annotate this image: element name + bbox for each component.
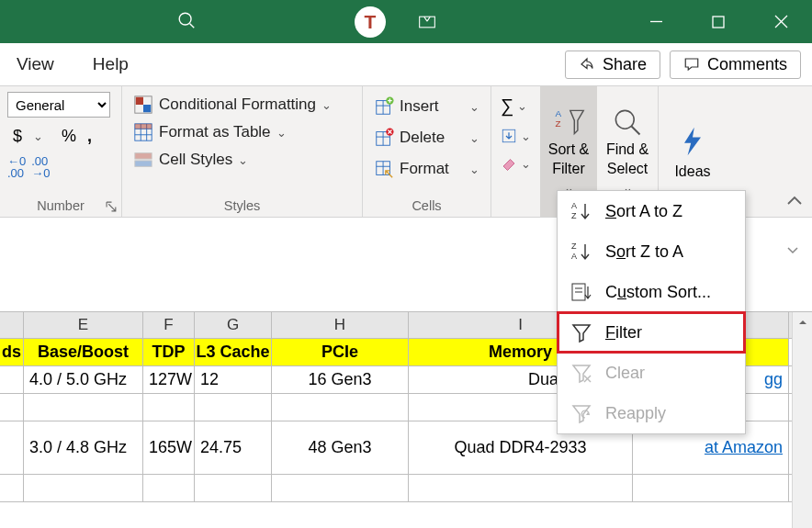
menu-custom-sort[interactable]: Custom Sort... (558, 272, 745, 312)
titlebar: T (0, 0, 812, 43)
menu-help[interactable]: Help (87, 51, 134, 78)
cell[interactable]: 4.0 / 5.0 GHz (24, 366, 143, 393)
format-as-table-icon (133, 122, 153, 142)
ribbon-display-options-icon[interactable] (406, 0, 448, 43)
profile-avatar[interactable]: T (355, 6, 386, 38)
comments-label: Comments (707, 55, 787, 74)
menu-sort-z-to-a[interactable]: ZA Sort Z to A (558, 231, 745, 272)
cell-styles-label: Cell Styles (159, 151, 232, 169)
number-format-select[interactable]: General (7, 92, 110, 118)
sort-filter-label: Sort & Filter (548, 141, 589, 176)
comments-button[interactable]: Comments (670, 51, 801, 79)
format-as-table-button[interactable]: Format as Table ⌄ (130, 119, 355, 145)
cell[interactable] (0, 366, 24, 393)
conditional-formatting-button[interactable]: Conditional Formatting ⌄ (130, 92, 355, 118)
fill-down-icon (501, 128, 517, 144)
cell[interactable]: 3.0 / 4.8 GHz (24, 421, 143, 474)
cell-styles-button[interactable]: Cell Styles ⌄ (130, 147, 355, 173)
share-button[interactable]: Share (565, 51, 660, 79)
cell[interactable] (0, 475, 24, 501)
cell[interactable] (195, 475, 272, 501)
svg-text:Z: Z (571, 242, 577, 251)
insert-label: Insert (400, 97, 439, 116)
cell[interactable]: ds (0, 339, 24, 365)
format-button[interactable]: Format ⌄ (370, 154, 483, 184)
cells-group-label: Cells (370, 198, 483, 213)
cell[interactable] (24, 394, 143, 421)
col-header-E[interactable]: E (24, 312, 143, 338)
svg-text:A: A (556, 107, 562, 118)
cell[interactable] (633, 475, 789, 501)
cell[interactable] (0, 394, 24, 421)
vertical-scrollbar[interactable] (792, 312, 812, 528)
ribbon-group-cells: Insert ⌄ Delete ⌄ Format ⌄ Cells (363, 86, 491, 217)
decrease-decimal-button[interactable]: .00→0 (31, 155, 50, 179)
ideas-label: Ideas (674, 163, 710, 182)
share-label: Share (603, 55, 647, 74)
delete-button[interactable]: Delete ⌄ (370, 123, 483, 152)
cell[interactable] (409, 475, 633, 501)
menu-filter[interactable]: Filter (558, 312, 745, 353)
insert-cells-icon (374, 96, 394, 117)
search-icon[interactable] (176, 10, 197, 34)
percent-format-button[interactable]: % (56, 123, 82, 150)
cell[interactable] (24, 475, 143, 501)
conditional-formatting-label: Conditional Formatting (159, 95, 316, 114)
sort-az-label: Sort A to Z (605, 202, 682, 221)
cell-styles-icon (133, 150, 153, 170)
accounting-dropdown[interactable]: ⌄ (28, 126, 49, 147)
cell[interactable]: L3 Cache (195, 339, 272, 365)
col-header-H[interactable]: H (272, 312, 409, 338)
svg-rect-15 (135, 124, 152, 129)
delete-cells-icon (374, 128, 394, 148)
fill-button[interactable]: ⌄ (497, 124, 535, 148)
formula-bar-expand-icon[interactable] (786, 243, 799, 260)
svg-rect-2 (420, 17, 435, 28)
cell[interactable]: 16 Gen3 (272, 366, 409, 393)
ideas-lightning-icon (676, 122, 709, 161)
close-button[interactable] (750, 0, 812, 43)
sigma-icon: ∑ (501, 95, 513, 117)
number-dialog-launcher-icon[interactable] (106, 201, 118, 213)
maximize-button[interactable] (687, 0, 750, 43)
cell[interactable] (143, 394, 195, 421)
cell[interactable]: 48 Gen3 (272, 421, 409, 474)
format-cells-icon (374, 159, 394, 179)
clear-button[interactable]: ⌄ (497, 152, 535, 175)
cell[interactable] (272, 394, 409, 421)
increase-decimal-button[interactable]: ←0.00 (7, 155, 26, 179)
sort-filter-dropdown: AZ Sort A to Z ZA Sort Z to A Custom Sor… (557, 190, 746, 434)
cell[interactable] (272, 475, 409, 501)
minimize-button[interactable] (625, 0, 687, 43)
menu-sort-a-to-z[interactable]: AZ Sort A to Z (558, 191, 745, 231)
cell[interactable]: 127W (143, 366, 195, 393)
cell[interactable]: Base/Boost (24, 339, 143, 365)
insert-button[interactable]: Insert ⌄ (370, 92, 483, 121)
conditional-formatting-icon (133, 95, 153, 115)
svg-rect-9 (143, 105, 151, 112)
accounting-format-button[interactable]: $ (7, 123, 28, 150)
scroll-up-button[interactable] (793, 312, 812, 332)
col-header-G[interactable]: G (195, 312, 272, 338)
cell[interactable]: PCIe (272, 339, 409, 365)
cell[interactable]: 165W (143, 421, 195, 474)
svg-text:A: A (571, 201, 577, 210)
col-header-blank[interactable] (0, 312, 24, 338)
find-select-label: Find & Select (606, 141, 648, 176)
cell[interactable]: TDP (143, 339, 195, 365)
cell[interactable]: 24.75 (195, 421, 272, 474)
cell[interactable]: 12 (195, 366, 272, 393)
collapse-ribbon-button[interactable] (786, 195, 803, 211)
autosum-button[interactable]: ∑⌄ (497, 92, 535, 120)
cell[interactable] (0, 421, 24, 474)
menu-view[interactable]: View (11, 51, 60, 78)
col-header-F[interactable]: F (143, 312, 195, 338)
reapply-icon (570, 402, 592, 424)
svg-line-1 (190, 23, 195, 28)
menu-reapply: Reapply (558, 393, 745, 433)
cell[interactable] (143, 475, 195, 501)
number-group-label: Number (7, 198, 114, 213)
comma-format-button[interactable]: , (82, 123, 97, 150)
cell[interactable] (195, 394, 272, 421)
sort-filter-icon: A Z (552, 106, 585, 139)
